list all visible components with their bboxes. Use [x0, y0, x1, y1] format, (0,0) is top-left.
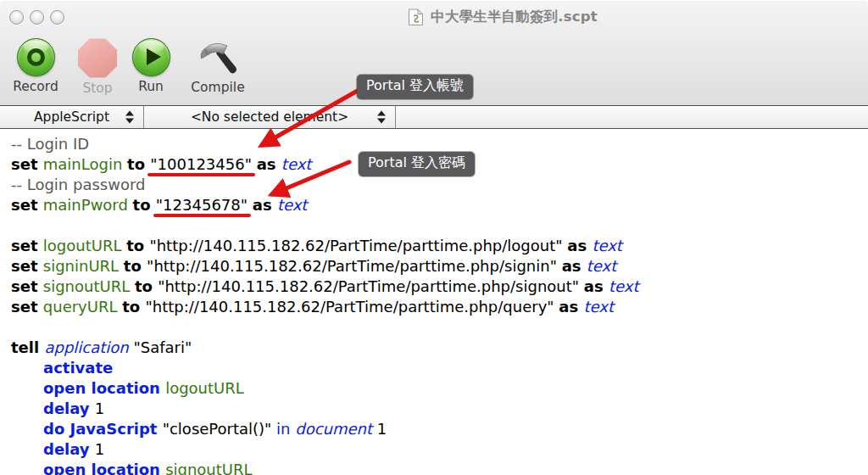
stepper-icon	[125, 111, 134, 124]
code-line: open location signoutURL	[11, 460, 868, 475]
language-popup-value: AppleScript	[34, 109, 109, 125]
code-line	[11, 317, 868, 338]
code-line: set mainPword to "12345678" as text	[11, 195, 868, 215]
close-button[interactable]	[9, 10, 24, 25]
element-popup[interactable]: <No selected element>	[144, 106, 395, 128]
record-icon	[17, 38, 55, 76]
record-label: Record	[11, 79, 60, 94]
titlebar: 中大學生半自動簽到.scpt	[0, 1, 868, 33]
code-line: set logoutURL to "http://140.115.182.62/…	[11, 236, 868, 256]
run-icon	[132, 38, 170, 76]
code-line: set signoutURL to "http://140.115.182.62…	[11, 277, 868, 297]
script-editor[interactable]: -- Login IDset mainLogin to "100123456" …	[0, 130, 868, 475]
title-group: 中大學生半自動簽到.scpt	[408, 8, 598, 26]
traffic-lights	[9, 10, 64, 25]
minimize-button[interactable]	[30, 10, 44, 25]
code-line: delay 1	[11, 439, 868, 460]
code-line: set signinURL to "http://140.115.182.62/…	[11, 256, 868, 277]
element-popup-value: <No selected element>	[191, 109, 348, 125]
code-line: open location logoutURL	[11, 378, 868, 399]
compile-button[interactable]: Compile	[185, 38, 251, 95]
window-title: 中大學生半自動簽到.scpt	[431, 8, 598, 26]
run-button[interactable]: Run	[129, 38, 173, 94]
navigation-bar-spacer	[396, 106, 868, 128]
stepper-icon	[377, 111, 386, 124]
stop-icon	[78, 38, 118, 78]
code-line: delay 1	[11, 399, 868, 419]
code-line: activate	[11, 358, 868, 378]
tooltip-portal-password: Portal 登入密碼	[359, 152, 475, 176]
navigation-bar: AppleScript <No selected element>	[0, 105, 868, 129]
document-icon	[408, 8, 424, 26]
code-line: tell application "Safari"	[11, 338, 868, 358]
compile-label: Compile	[185, 80, 251, 95]
code-line: do JavaScript "closePortal()" in documen…	[11, 419, 868, 439]
language-popup[interactable]: AppleScript	[0, 106, 143, 128]
stop-button[interactable]: Stop	[74, 38, 121, 96]
code-line: -- Login password	[11, 175, 868, 195]
run-label: Run	[129, 79, 173, 94]
stop-label: Stop	[74, 81, 121, 96]
applescript-editor-window: 中大學生半自動簽到.scpt Record Stop Run	[0, 0, 868, 475]
record-button[interactable]: Record	[11, 38, 60, 94]
zoom-button[interactable]	[50, 10, 64, 25]
code-line	[11, 215, 868, 236]
code-line: set queryURL to "http://140.115.182.62/P…	[11, 297, 868, 317]
compile-icon	[197, 38, 239, 77]
tooltip-portal-account: Portal 登入帳號	[357, 75, 473, 99]
